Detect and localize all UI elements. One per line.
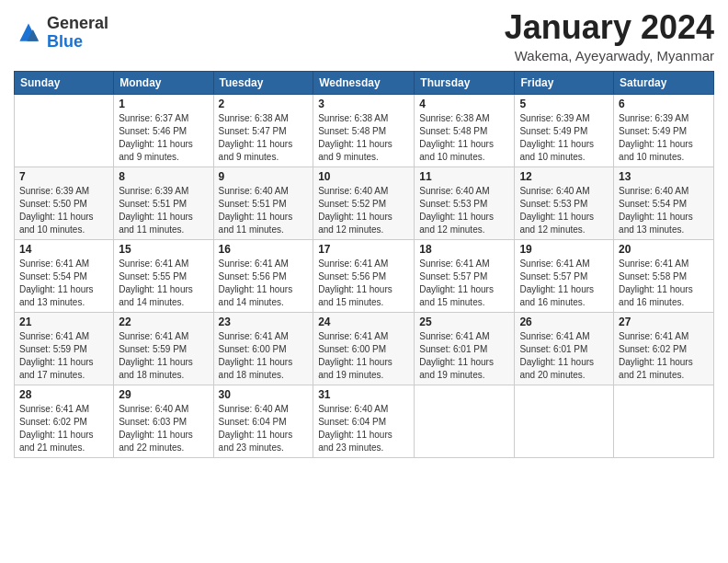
calendar-cell: 2Sunrise: 6:38 AMSunset: 5:47 PMDaylight… [213,94,313,167]
day-number: 14 [19,243,108,256]
day-info: Sunrise: 6:40 AMSunset: 5:51 PMDaylight:… [219,185,309,236]
day-info: Sunrise: 6:40 AMSunset: 5:53 PMDaylight:… [519,185,609,236]
day-number: 28 [19,388,108,401]
title-block: January 2024 Wakema, Ayeyarwady, Myanmar [505,9,714,63]
calendar-cell [515,385,614,457]
calendar-cell: 4Sunrise: 6:38 AMSunset: 5:48 PMDaylight… [415,94,515,167]
calendar-cell: 17Sunrise: 6:41 AMSunset: 5:56 PMDayligh… [313,239,415,312]
day-info: Sunrise: 6:37 AMSunset: 5:46 PMDaylight:… [119,112,208,164]
day-number: 6 [619,98,709,110]
day-info: Sunrise: 6:40 AMSunset: 5:54 PMDaylight:… [619,185,709,236]
calendar-cell: 18Sunrise: 6:41 AMSunset: 5:57 PMDayligh… [415,239,515,312]
week-row-4: 21Sunrise: 6:41 AMSunset: 5:59 PMDayligh… [15,312,714,385]
day-info: Sunrise: 6:41 AMSunset: 6:02 PMDaylight:… [19,403,108,454]
logo-text: General Blue [47,15,108,52]
day-number: 11 [419,170,509,183]
day-number: 20 [619,243,709,256]
calendar-cell: 23Sunrise: 6:41 AMSunset: 6:00 PMDayligh… [213,312,313,385]
calendar-cell: 7Sunrise: 6:39 AMSunset: 5:50 PMDaylight… [15,167,114,239]
day-number: 16 [219,243,309,256]
day-number: 27 [619,316,709,328]
day-number: 26 [519,316,609,328]
week-row-3: 14Sunrise: 6:41 AMSunset: 5:54 PMDayligh… [15,239,714,312]
day-number: 10 [318,170,409,183]
day-info: Sunrise: 6:41 AMSunset: 6:00 PMDaylight:… [219,330,309,382]
month-title: January 2024 [505,9,714,46]
calendar-cell [415,385,515,457]
logo-icon [14,20,43,46]
day-info: Sunrise: 6:41 AMSunset: 5:59 PMDaylight:… [19,330,108,382]
calendar-cell: 29Sunrise: 6:40 AMSunset: 6:03 PMDayligh… [114,385,213,457]
day-number: 5 [519,98,609,110]
calendar-cell: 31Sunrise: 6:40 AMSunset: 6:04 PMDayligh… [313,385,415,457]
day-number: 25 [419,316,509,328]
day-info: Sunrise: 6:38 AMSunset: 5:47 PMDaylight:… [219,112,309,164]
calendar-cell: 26Sunrise: 6:41 AMSunset: 6:01 PMDayligh… [515,312,614,385]
calendar-cell [15,94,114,167]
calendar-cell: 24Sunrise: 6:41 AMSunset: 6:00 PMDayligh… [313,312,415,385]
calendar-cell: 30Sunrise: 6:40 AMSunset: 6:04 PMDayligh… [213,385,313,457]
day-info: Sunrise: 6:40 AMSunset: 6:04 PMDaylight:… [318,403,409,454]
calendar-cell: 25Sunrise: 6:41 AMSunset: 6:01 PMDayligh… [415,312,515,385]
day-info: Sunrise: 6:41 AMSunset: 5:58 PMDaylight:… [619,258,709,309]
calendar-cell: 3Sunrise: 6:38 AMSunset: 5:48 PMDaylight… [313,94,415,167]
day-info: Sunrise: 6:41 AMSunset: 5:55 PMDaylight:… [119,258,208,309]
calendar-cell: 12Sunrise: 6:40 AMSunset: 5:53 PMDayligh… [515,167,614,239]
day-number: 23 [219,316,309,328]
day-number: 24 [318,316,409,328]
calendar-cell: 9Sunrise: 6:40 AMSunset: 5:51 PMDaylight… [213,167,313,239]
day-info: Sunrise: 6:40 AMSunset: 5:53 PMDaylight:… [419,185,509,236]
weekday-header-saturday: Saturday [614,71,714,94]
day-number: 8 [119,170,208,183]
week-row-5: 28Sunrise: 6:41 AMSunset: 6:02 PMDayligh… [15,385,714,457]
day-number: 21 [19,316,108,328]
calendar-cell: 21Sunrise: 6:41 AMSunset: 5:59 PMDayligh… [15,312,114,385]
calendar-cell: 16Sunrise: 6:41 AMSunset: 5:56 PMDayligh… [213,239,313,312]
day-number: 7 [19,170,108,183]
calendar-cell: 20Sunrise: 6:41 AMSunset: 5:58 PMDayligh… [614,239,714,312]
day-number: 1 [119,98,208,110]
day-info: Sunrise: 6:41 AMSunset: 6:01 PMDaylight:… [519,330,609,382]
day-number: 30 [219,388,309,401]
day-info: Sunrise: 6:39 AMSunset: 5:50 PMDaylight:… [19,185,108,236]
day-info: Sunrise: 6:40 AMSunset: 5:52 PMDaylight:… [318,185,409,236]
calendar-cell: 19Sunrise: 6:41 AMSunset: 5:57 PMDayligh… [515,239,614,312]
page-header: General Blue January 2024 Wakema, Ayeyar… [14,9,714,63]
calendar-cell: 13Sunrise: 6:40 AMSunset: 5:54 PMDayligh… [614,167,714,239]
day-number: 13 [619,170,709,183]
calendar-cell: 6Sunrise: 6:39 AMSunset: 5:49 PMDaylight… [614,94,714,167]
day-info: Sunrise: 6:41 AMSunset: 5:57 PMDaylight:… [419,258,509,309]
day-info: Sunrise: 6:41 AMSunset: 5:59 PMDaylight:… [119,330,208,382]
logo: General Blue [14,15,108,52]
day-number: 15 [119,243,208,256]
weekday-header-sunday: Sunday [15,71,114,94]
day-number: 12 [519,170,609,183]
day-info: Sunrise: 6:38 AMSunset: 5:48 PMDaylight:… [318,112,409,164]
day-info: Sunrise: 6:41 AMSunset: 6:02 PMDaylight:… [619,330,709,382]
calendar-table: SundayMondayTuesdayWednesdayThursdayFrid… [14,71,714,458]
day-number: 19 [519,243,609,256]
day-info: Sunrise: 6:41 AMSunset: 5:56 PMDaylight:… [219,258,309,309]
day-number: 4 [419,98,509,110]
week-row-1: 1Sunrise: 6:37 AMSunset: 5:46 PMDaylight… [15,94,714,167]
day-info: Sunrise: 6:39 AMSunset: 5:49 PMDaylight:… [519,112,609,164]
calendar-cell: 27Sunrise: 6:41 AMSunset: 6:02 PMDayligh… [614,312,714,385]
day-number: 17 [318,243,409,256]
day-number: 31 [318,388,409,401]
calendar-cell: 1Sunrise: 6:37 AMSunset: 5:46 PMDaylight… [114,94,213,167]
calendar-cell: 22Sunrise: 6:41 AMSunset: 5:59 PMDayligh… [114,312,213,385]
day-info: Sunrise: 6:39 AMSunset: 5:49 PMDaylight:… [619,112,709,164]
weekday-header-wednesday: Wednesday [313,71,415,94]
calendar-cell [614,385,714,457]
calendar-cell: 15Sunrise: 6:41 AMSunset: 5:55 PMDayligh… [114,239,213,312]
day-number: 3 [318,98,409,110]
logo-general: General [47,15,108,33]
day-info: Sunrise: 6:38 AMSunset: 5:48 PMDaylight:… [419,112,509,164]
day-number: 2 [219,98,309,110]
day-info: Sunrise: 6:41 AMSunset: 5:56 PMDaylight:… [318,258,409,309]
location-subtitle: Wakema, Ayeyarwady, Myanmar [505,48,714,63]
day-number: 18 [419,243,509,256]
day-number: 22 [119,316,208,328]
calendar-cell: 28Sunrise: 6:41 AMSunset: 6:02 PMDayligh… [15,385,114,457]
day-number: 9 [219,170,309,183]
